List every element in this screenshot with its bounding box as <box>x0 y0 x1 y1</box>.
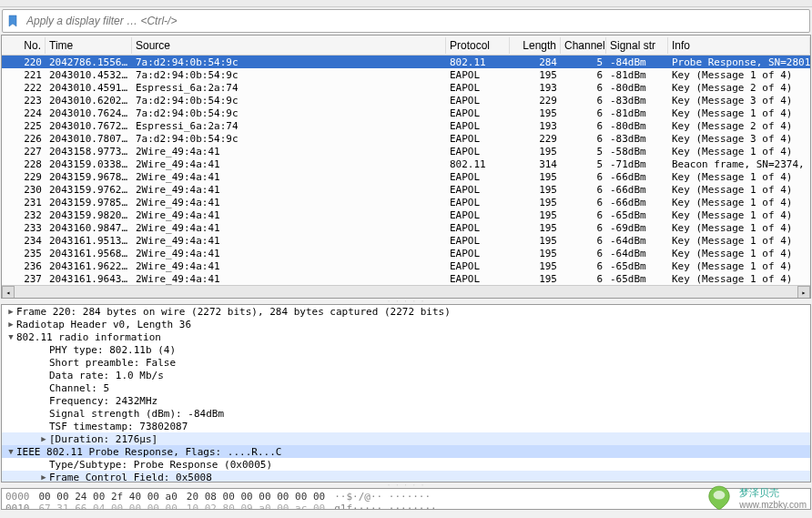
packet-row[interactable]: 2342043161.9513…2Wire_49:4a:41EAPOL1956-… <box>2 234 810 247</box>
packet-row[interactable]: 2312043159.9785…2Wire_49:4a:41EAPOL1956-… <box>2 196 810 208</box>
detail-line[interactable]: Data rate: 1.0 Mb/s <box>2 369 810 381</box>
hex-line[interactable]: 001067 31 66 04 00 00 00 0010 02 80 09 a… <box>5 503 807 510</box>
packet-cell: 2043010.7672… <box>46 120 132 132</box>
packet-cell: 2043159.9785… <box>46 197 132 208</box>
packet-cell: 2043161.9643… <box>46 273 132 285</box>
packet-cell: 195 <box>510 222 561 234</box>
packet-cell: EAPOL <box>446 197 510 208</box>
packet-cell: 195 <box>510 171 561 183</box>
packet-cell: -66dBm <box>606 184 668 196</box>
packet-row[interactable]: 2292043159.9678…2Wire_49:4a:41EAPOL1956-… <box>2 170 810 183</box>
packet-row[interactable]: 2282043159.0338…2Wire_49:4a:41802.113145… <box>2 157 810 170</box>
column-source[interactable]: Source <box>132 37 446 54</box>
packet-row[interactable]: 2272043158.9773…2Wire_49:4a:41EAPOL1955-… <box>2 145 810 157</box>
detail-line[interactable]: ▶Frame 220: 284 bytes on wire (2272 bits… <box>2 305 810 318</box>
packet-cell: -71dBm <box>606 158 668 170</box>
detail-line[interactable]: ▼802.11 radio information <box>2 330 810 343</box>
packet-cell: EAPOL <box>446 107 510 119</box>
packet-cell: 6 <box>561 120 606 132</box>
packet-row[interactable]: 2262043010.7807…7a:d2:94:0b:54:9cEAPOL22… <box>2 132 810 145</box>
packet-row[interactable]: 2322043159.9820…2Wire_49:4a:41EAPOL1956-… <box>2 208 810 221</box>
detail-line[interactable]: Short preamble: False <box>2 356 810 369</box>
packet-bytes-pane[interactable]: 000000 00 24 00 2f 40 00 a020 08 00 00 0… <box>1 488 811 510</box>
packet-row[interactable]: 2332043160.9847…2Wire_49:4a:41EAPOL1956-… <box>2 221 810 234</box>
detail-line[interactable]: Channel: 5 <box>2 381 810 394</box>
bookmark-icon[interactable] <box>5 13 21 29</box>
packet-cell: 2043010.4532… <box>46 69 132 81</box>
packet-cell: 7a:d2:94:0b:54:9c <box>132 56 446 68</box>
packet-cell: EAPOL <box>446 69 510 81</box>
detail-text: Signal strength (dBm): -84dBm <box>49 408 224 420</box>
display-filter-input[interactable] <box>23 13 809 29</box>
packet-row[interactable]: 2352043161.9568…2Wire_49:4a:41EAPOL1956-… <box>2 247 810 259</box>
detail-line[interactable]: PHY type: 802.11b (4) <box>2 343 810 356</box>
detail-line[interactable]: Frequency: 2432MHz <box>2 394 810 407</box>
packet-row[interactable]: 2362043161.9622…2Wire_49:4a:41EAPOL1956-… <box>2 259 810 272</box>
packet-cell: 236 <box>2 260 46 272</box>
expand-right-icon[interactable]: ▶ <box>5 307 16 316</box>
hex-bytes: 10 02 80 09 a0 00 ac 00 <box>187 503 325 510</box>
packet-row[interactable]: 2252043010.7672…Espressi_6a:2a:74EAPOL19… <box>2 119 810 132</box>
column-info[interactable]: Info <box>668 37 810 54</box>
packet-row[interactable]: 2302043159.9762…2Wire_49:4a:41EAPOL1956-… <box>2 183 810 196</box>
packet-cell: 2043159.9678… <box>46 171 132 183</box>
packet-cell: Key (Message 1 of 4) <box>668 146 810 157</box>
packet-cell: 6 <box>561 82 606 94</box>
packet-cell: Key (Message 3 of 4) <box>668 133 810 145</box>
packet-list-header[interactable]: No. Time Source Protocol Length Channel … <box>2 36 810 56</box>
packet-cell: 2043010.7624… <box>46 107 132 119</box>
packet-row[interactable]: 2372043161.9643…2Wire_49:4a:41EAPOL1956-… <box>2 272 810 285</box>
column-signal[interactable]: Signal str <box>606 37 668 54</box>
detail-text: [Duration: 2176µs] <box>49 433 157 445</box>
packet-cell: 6 <box>561 248 606 259</box>
packet-cell: 224 <box>2 107 46 119</box>
scroll-right-button[interactable]: ▸ <box>797 286 810 299</box>
scroll-left-button[interactable]: ◂ <box>2 286 15 299</box>
detail-line[interactable]: TSF timestamp: 73802087 <box>2 420 810 432</box>
detail-line[interactable]: Signal strength (dBm): -84dBm <box>2 407 810 420</box>
packet-cell: 233 <box>2 222 46 234</box>
packet-cell: 284 <box>510 56 561 68</box>
horizontal-scrollbar[interactable]: ◂ ▸ <box>2 285 810 298</box>
packet-cell: Key (Message 1 of 4) <box>668 260 810 272</box>
packet-cell: 2043160.9847… <box>46 222 132 234</box>
packet-row[interactable]: 2212043010.4532…7a:d2:94:0b:54:9cEAPOL19… <box>2 68 810 81</box>
packet-cell: 7a:d2:94:0b:54:9c <box>132 107 446 119</box>
detail-line[interactable]: ▼IEEE 802.11 Probe Response, Flags: ....… <box>2 445 810 458</box>
packet-rows[interactable]: 2202042786.1556…7a:d2:94:0b:54:9c802.112… <box>2 56 810 285</box>
packet-cell: Key (Message 1 of 4) <box>668 209 810 221</box>
packet-row[interactable]: 2202042786.1556…7a:d2:94:0b:54:9c802.112… <box>2 56 810 68</box>
column-channel[interactable]: Channel <box>561 37 606 54</box>
detail-line[interactable]: Type/Subtype: Probe Response (0x0005) <box>2 458 810 471</box>
column-time[interactable]: Time <box>46 37 132 54</box>
column-no[interactable]: No. <box>2 37 46 54</box>
packet-cell: 235 <box>2 248 46 259</box>
packet-cell: -58dBm <box>606 146 668 157</box>
packet-cell: 195 <box>510 184 561 196</box>
column-length[interactable]: Length <box>510 37 561 54</box>
packet-cell: 195 <box>510 248 561 259</box>
packet-cell: 195 <box>510 69 561 81</box>
scroll-track[interactable] <box>15 286 797 298</box>
packet-cell: Key (Message 1 of 4) <box>668 197 810 208</box>
packet-cell: 228 <box>2 158 46 170</box>
expand-right-icon[interactable]: ▶ <box>5 320 16 329</box>
column-protocol[interactable]: Protocol <box>446 37 510 54</box>
hex-line[interactable]: 000000 00 24 00 2f 40 00 a020 08 00 00 0… <box>5 491 807 503</box>
packet-row[interactable]: 2222043010.4591…Espressi_6a:2a:74EAPOL19… <box>2 81 810 94</box>
expand-down-icon[interactable]: ▼ <box>5 332 16 341</box>
packet-cell: Key (Message 1 of 4) <box>668 184 810 196</box>
detail-line[interactable]: ▶Radiotap Header v0, Length 36 <box>2 318 810 330</box>
expand-down-icon[interactable]: ▼ <box>5 447 16 456</box>
detail-line[interactable]: ▶[Duration: 2176µs] <box>2 432 810 445</box>
packet-cell: 195 <box>510 146 561 157</box>
packet-cell: 2Wire_49:4a:41 <box>132 197 446 208</box>
packet-row[interactable]: 2242043010.7624…7a:d2:94:0b:54:9cEAPOL19… <box>2 107 810 119</box>
detail-text: Channel: 5 <box>49 382 109 394</box>
packet-row[interactable]: 2232043010.6202…7a:d2:94:0b:54:9cEAPOL22… <box>2 94 810 107</box>
packet-cell: -65dBm <box>606 209 668 221</box>
packet-details-pane[interactable]: ▶Frame 220: 284 bytes on wire (2272 bits… <box>1 304 811 482</box>
expand-right-icon[interactable]: ▶ <box>38 434 49 443</box>
expand-right-icon[interactable]: ▶ <box>38 472 49 482</box>
detail-text: Frequency: 2432MHz <box>49 395 157 407</box>
